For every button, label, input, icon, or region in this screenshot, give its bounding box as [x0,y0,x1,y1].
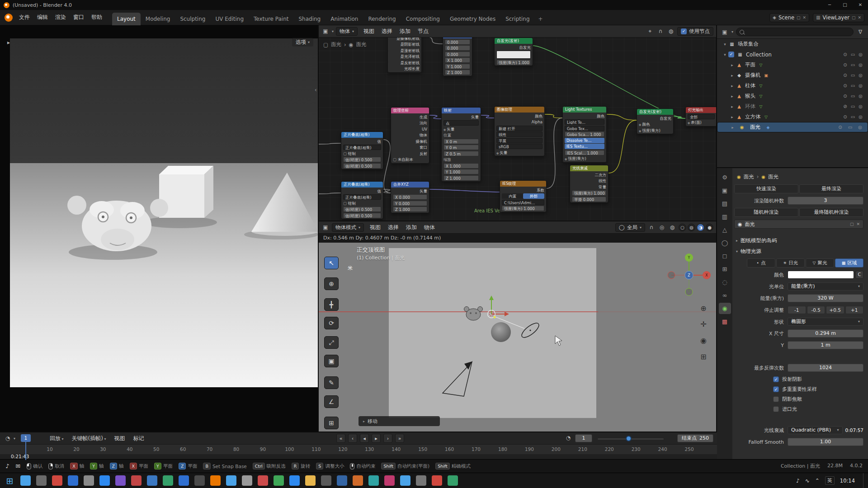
disable-viewport-toggle[interactable]: ▭ [846,125,854,130]
pinned-app[interactable] [384,475,395,486]
menubar-item[interactable]: 文件 [15,12,33,23]
disable-viewport-toggle[interactable]: ▭ [849,62,857,67]
pinned-app[interactable] [20,475,31,486]
disable-render-toggle[interactable]: ◎ [857,94,864,99]
node-row-num[interactable]: Z 1.000 [443,175,479,181]
pinned-app[interactable] [416,475,426,486]
pinned-app[interactable] [258,475,268,486]
shader-node[interactable]: 图像纹理颜色Alpha新建 打开线性平展sRGB矢量 [494,106,545,156]
expand-icon[interactable]: ▾ [722,52,728,57]
outliner-row[interactable]: ▸▲平面▽⊙▭◎ [717,60,868,70]
start-frame-field[interactable]: 1 [575,434,592,442]
hide-viewport-toggle[interactable]: ⊘ [841,104,849,109]
filter-icon[interactable]: ∇ [856,29,864,35]
hide-viewport-toggle[interactable]: ⊙ [836,125,844,130]
playhead-line[interactable] [25,442,26,460]
collection-checkbox[interactable]: ✓ [728,52,734,57]
pinned-app[interactable] [163,475,173,486]
outliner-row[interactable]: ▸▲柱体▽⊙▭◎ [717,80,868,91]
camera-view-icon[interactable]: ◉ [698,335,709,346]
shape-dropdown[interactable]: 椭圆形 ▾ [788,318,863,326]
pinned-app[interactable] [52,475,62,486]
outliner-row[interactable]: ▾✓▦Collection⊙▭◎ [717,49,868,60]
expand-icon[interactable]: ▸ [729,125,736,130]
properties-tab-world[interactable]: ◯ [719,237,731,249]
jump-start-button[interactable]: « [336,434,345,443]
sphere-object[interactable] [491,322,511,342]
mode-dropdown[interactable]: 物体模式 ▾ [332,223,364,232]
workspace-tab[interactable]: Compositing [401,13,445,25]
light-panel-header[interactable]: ▾ 物理光源 [734,246,863,257]
node-row-num[interactable]: X 1.000 [445,57,470,63]
show-desktop-button[interactable] [863,473,865,488]
render-button[interactable]: 快速渲染 [734,184,798,193]
shader-node[interactable]: 自发光(发射)自发光强度(乘方) 1.000 [494,38,533,66]
node-row-num[interactable]: Y 1.000 [443,169,479,174]
node-row-drop[interactable]: 全部 [688,114,715,119]
node-row-drop[interactable]: 新建 打开 [496,126,542,131]
viewport-menu[interactable]: 物体 [420,222,439,233]
scene-collection-row[interactable]: ▾ ▦ 场景集合 [717,39,868,49]
viewport-menu[interactable]: 视图 [366,222,384,233]
falloff-dropdown[interactable]: Quadratic (PBR) ▾ [788,426,843,434]
node-toggle-option[interactable]: 外部 [523,193,544,199]
tool-move-icon[interactable]: ╋ [324,298,339,311]
node-row-drop[interactable]: Gobo Tex... [565,126,604,131]
node-row-drop[interactable]: 正片叠底(相乘) [343,145,381,150]
shader-node[interactable]: 映射矢量点矢量位置X 0 mY 0 mZ 0.5 m缩放X 1.000Y 1.0… [441,107,481,182]
pinned-app[interactable] [274,475,284,486]
node-editor-menu[interactable]: 选择 [378,26,396,37]
node-row-drophl[interactable]: Dissolve Te... [565,138,604,143]
shader-node[interactable]: 光线衰减二次方线性常量强度(乘方) 1.000平滑 0.000 [570,165,609,203]
node-row-num[interactable]: 值(明度) 0.500 [343,206,381,212]
disable-render-toggle[interactable]: ◎ [857,104,864,109]
menubar-item[interactable]: 编辑 [33,12,52,23]
light-type-button[interactable]: •点 [747,258,775,267]
play-button[interactable]: ▸ [372,434,381,443]
portal-checkbox[interactable] [773,406,779,412]
bounces-field[interactable]: 1024 [788,364,863,372]
tray-icon[interactable]: ⌃ [815,478,820,484]
power-field[interactable]: 320 W [788,294,863,302]
collapse-region-icon[interactable]: ‹ [315,86,317,93]
scene-selector[interactable]: ◈ Scene ▢ ✕ [769,13,809,22]
shading-solid-icon[interactable]: ◍ [688,224,695,231]
zoom-icon[interactable]: ⊕ [698,303,709,314]
node-row-drophl[interactable]: IES Textu... [565,144,604,149]
current-frame-indicator[interactable]: 1 [21,434,31,442]
proportional-edit-icon[interactable]: ◎ [658,224,666,230]
volume-icon[interactable]: ♪ [5,463,9,469]
pinned-app[interactable] [337,475,347,486]
options-dropdown[interactable]: 选项 ▾ [292,38,313,47]
pinned-app[interactable] [226,475,236,486]
node-row-num[interactable]: 0.000 [445,45,470,51]
frame-ruler[interactable]: 1020304050607080901001101201301401501601… [0,444,717,454]
disable-viewport-toggle[interactable]: ▭ [849,104,857,109]
jump-end-button[interactable]: » [395,434,404,443]
pinned-app[interactable] [432,475,442,486]
pinned-app[interactable] [131,475,142,486]
timeline-menu[interactable]: 视图 [111,433,129,444]
unlink-icon[interactable]: ✕ [856,222,860,226]
pinned-app[interactable] [321,475,331,486]
node-row-num[interactable]: Z 1.000 [445,70,470,75]
node-row-toggle[interactable]: 来自副本 [393,157,427,162]
node-row-num[interactable]: 0.000 [445,52,470,57]
tool-cursor-icon[interactable]: ⊕ [324,277,339,290]
editor-type-icon[interactable]: ◔ [4,435,12,441]
properties-tab-modifiers[interactable]: ⊞ [719,263,731,275]
viewport-menu[interactable]: 添加 [402,222,420,233]
pinned-app[interactable] [448,475,458,486]
pinned-app[interactable] [147,475,157,486]
editor-type-icon[interactable]: ▣ [321,224,330,230]
hide-viewport-toggle[interactable]: ⊙ [841,94,849,99]
close-button[interactable]: ✕ [853,0,868,10]
maximize-button[interactable]: □ [837,0,853,10]
operator-panel[interactable]: ▸ 移动 [359,416,440,426]
node-row-num[interactable]: Z 0.5 m [443,151,479,156]
node-row-drop[interactable]: 线性 [496,131,542,137]
node-row-num[interactable]: Z 1.000 [393,206,427,212]
pinned-app[interactable] [84,475,94,486]
node-row-num[interactable]: 强度(乘方) 1.000 [496,60,531,65]
menubar-item[interactable]: 渲染 [52,12,70,23]
